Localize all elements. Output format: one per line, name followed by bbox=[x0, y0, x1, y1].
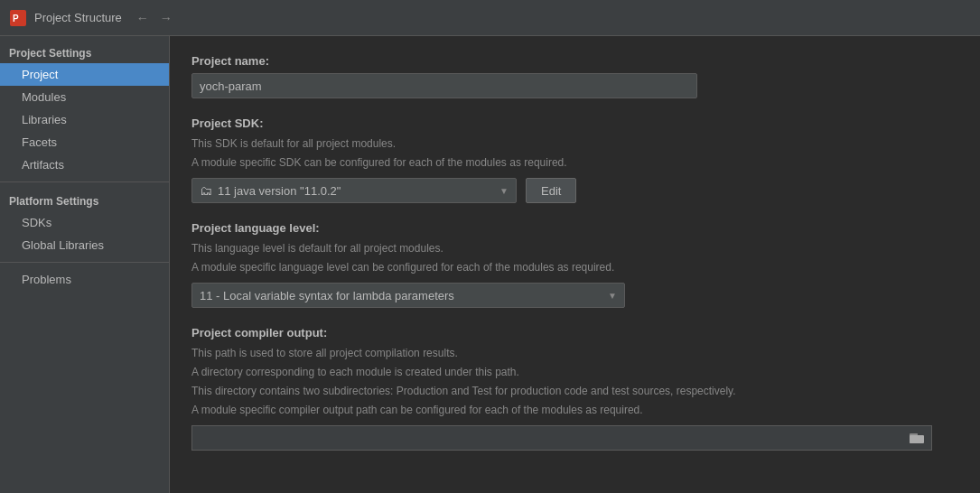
project-name-section: Project name: bbox=[191, 54, 958, 98]
project-language-level-section: Project language level: This language le… bbox=[191, 221, 958, 308]
sidebar-item-libraries[interactable]: Libraries bbox=[0, 108, 169, 131]
edit-sdk-button[interactable]: Edit bbox=[526, 178, 576, 203]
sidebar-divider-2 bbox=[0, 262, 169, 263]
browse-folder-button[interactable] bbox=[906, 429, 928, 448]
project-sdk-hint2: A module specific SDK can be configured … bbox=[191, 154, 958, 171]
svg-text:P: P bbox=[13, 14, 19, 23]
language-level-value: 11 - Local variable syntax for lambda pa… bbox=[200, 289, 454, 302]
sdk-value: 11 java version "11.0.2" bbox=[218, 184, 341, 198]
sidebar-item-sdks[interactable]: SDKs bbox=[0, 211, 169, 234]
title-bar: P Project Structure ← → bbox=[0, 0, 980, 36]
sdk-row: 🗂 11 java version "11.0.2" ▼ Edit bbox=[191, 178, 958, 203]
compiler-output-hint2: A directory corresponding to each module… bbox=[191, 364, 958, 380]
sidebar-item-artifacts[interactable]: Artifacts bbox=[0, 153, 169, 176]
svg-rect-4 bbox=[914, 433, 918, 435]
sidebar-divider bbox=[0, 181, 169, 182]
compiler-output-hint1: This path is used to store all project c… bbox=[191, 345, 958, 361]
project-sdk-label: Project SDK: bbox=[191, 116, 958, 130]
nav-controls: ← → bbox=[133, 9, 176, 27]
project-sdk-section: Project SDK: This SDK is default for all… bbox=[191, 116, 958, 203]
sidebar-item-project[interactable]: Project bbox=[0, 63, 169, 86]
window-title: Project Structure bbox=[34, 11, 122, 24]
content-area: Project name: Project SDK: This SDK is d… bbox=[170, 36, 980, 493]
compiler-output-box bbox=[191, 425, 932, 451]
project-language-level-hint1: This language level is default for all p… bbox=[191, 240, 958, 256]
app-icon: P bbox=[9, 9, 27, 27]
platform-settings-section-label: Platform Settings bbox=[0, 188, 169, 211]
svg-rect-3 bbox=[910, 435, 924, 443]
sdk-dropdown-chevron: ▼ bbox=[499, 186, 509, 196]
compiler-output-hint4: A module specific compiler output path c… bbox=[191, 402, 958, 418]
project-compiler-output-section: Project compiler output: This path is us… bbox=[191, 326, 958, 451]
main-layout: Project Settings Project Modules Librari… bbox=[0, 36, 980, 493]
project-sdk-hint1: This SDK is default for all project modu… bbox=[191, 135, 958, 152]
project-settings-section-label: Project Settings bbox=[0, 40, 169, 63]
language-level-dropdown[interactable]: 11 - Local variable syntax for lambda pa… bbox=[191, 283, 625, 308]
java-sdk-icon: 🗂 bbox=[200, 183, 212, 198]
project-compiler-output-label: Project compiler output: bbox=[191, 326, 958, 340]
sidebar-item-facets[interactable]: Facets bbox=[0, 131, 169, 153]
project-name-label: Project name: bbox=[191, 54, 958, 68]
sidebar-item-problems[interactable]: Problems bbox=[0, 268, 169, 291]
compiler-output-hint3: This directory contains two subdirectori… bbox=[191, 383, 958, 399]
project-name-input[interactable] bbox=[191, 73, 697, 98]
sidebar-item-modules[interactable]: Modules bbox=[0, 86, 169, 108]
project-language-level-label: Project language level: bbox=[191, 221, 958, 235]
compiler-output-row bbox=[191, 425, 958, 451]
nav-back-button[interactable]: ← bbox=[133, 9, 153, 27]
project-language-level-hint2: A module specific language level can be … bbox=[191, 259, 958, 275]
sidebar: Project Settings Project Modules Librari… bbox=[0, 36, 170, 493]
lang-dropdown-chevron: ▼ bbox=[608, 291, 617, 301]
nav-forward-button[interactable]: → bbox=[156, 9, 176, 27]
sdk-dropdown[interactable]: 🗂 11 java version "11.0.2" ▼ bbox=[191, 178, 517, 203]
sidebar-item-global-libraries[interactable]: Global Libraries bbox=[0, 234, 169, 256]
